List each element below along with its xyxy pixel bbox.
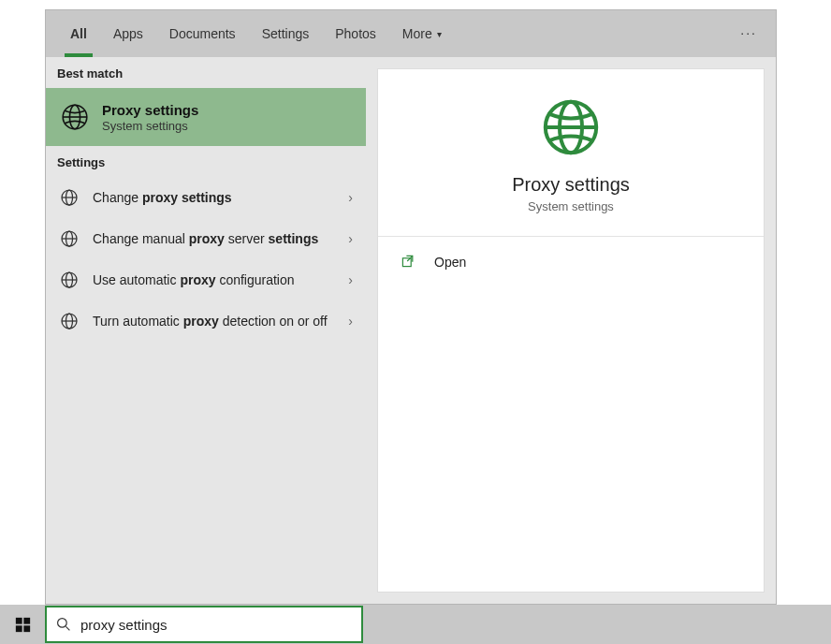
svg-rect-22 — [15, 625, 22, 632]
overflow-menu-button[interactable]: ··· — [740, 25, 757, 40]
search-input[interactable] — [80, 617, 352, 633]
taskbar-search-box[interactable] — [45, 606, 363, 643]
preview-card: Proxy settings System settings Open — [377, 68, 765, 593]
svg-rect-21 — [23, 617, 30, 623]
preview-actions: Open — [378, 237, 764, 287]
tab-label: Documents — [169, 26, 236, 41]
svg-rect-20 — [15, 617, 22, 623]
open-action-label: Open — [434, 255, 466, 270]
best-match-result[interactable]: Proxy settings System settings — [46, 88, 366, 146]
tab-label: More — [402, 26, 432, 41]
section-header-best-match: Best match — [46, 57, 366, 88]
globe-icon — [59, 270, 80, 290]
best-match-title: Proxy settings — [102, 102, 198, 118]
chevron-down-icon: ▾ — [437, 29, 442, 39]
settings-item-label: Turn automatic proxy detection on or off — [93, 313, 348, 330]
tab-more[interactable]: More ▾ — [389, 10, 455, 57]
taskbar — [0, 605, 831, 644]
tab-label: Photos — [335, 26, 376, 41]
preview-title: Proxy settings — [512, 174, 630, 196]
settings-item-label: Change proxy settings — [93, 189, 348, 207]
windows-icon — [15, 617, 31, 633]
preview-header: Proxy settings System settings — [378, 69, 764, 237]
globe-icon — [541, 97, 601, 157]
open-icon — [401, 254, 417, 271]
settings-list: Change proxy settings › Change manual pr… — [46, 177, 366, 342]
content-area: Best match Proxy settings System setting… — [46, 57, 776, 604]
svg-line-25 — [66, 626, 69, 630]
tab-settings[interactable]: Settings — [249, 10, 323, 57]
globe-icon — [59, 311, 80, 331]
settings-item-label: Change manual proxy server settings — [93, 230, 348, 248]
settings-item-automatic-proxy-config[interactable]: Use automatic proxy configuration › — [46, 259, 366, 300]
chevron-right-icon: › — [348, 231, 353, 246]
preview-subtitle: System settings — [528, 199, 614, 213]
search-icon — [56, 617, 71, 632]
settings-item-label: Use automatic proxy configuration — [93, 271, 348, 289]
best-match-subtitle: System settings — [102, 119, 198, 133]
section-header-settings: Settings — [46, 146, 366, 177]
globe-icon — [59, 228, 80, 249]
tab-label: All — [70, 26, 87, 41]
chevron-right-icon: › — [348, 190, 353, 205]
globe-icon — [59, 187, 80, 208]
tab-bar: All Apps Documents Settings Photos More … — [46, 10, 776, 57]
settings-item-change-manual-proxy[interactable]: Change manual proxy server settings › — [46, 218, 366, 259]
svg-rect-23 — [23, 625, 30, 632]
tab-photos[interactable]: Photos — [322, 10, 389, 57]
globe-icon — [59, 101, 91, 133]
start-button[interactable] — [0, 605, 45, 644]
settings-item-change-proxy-settings[interactable]: Change proxy settings › — [46, 177, 366, 218]
best-match-text: Proxy settings System settings — [102, 102, 198, 133]
chevron-right-icon: › — [348, 314, 353, 329]
open-action[interactable]: Open — [378, 244, 764, 280]
tab-label: Settings — [262, 26, 310, 41]
tab-apps[interactable]: Apps — [100, 10, 156, 57]
chevron-right-icon: › — [348, 272, 353, 287]
tab-all[interactable]: All — [57, 10, 100, 57]
preview-column: Proxy settings System settings Open — [366, 57, 776, 604]
svg-point-24 — [58, 619, 67, 628]
tab-label: Apps — [113, 26, 143, 41]
results-column: Best match Proxy settings System setting… — [46, 57, 366, 604]
settings-item-automatic-proxy-detection[interactable]: Turn automatic proxy detection on or off… — [46, 300, 366, 342]
search-results-panel: All Apps Documents Settings Photos More … — [45, 9, 777, 605]
tab-documents[interactable]: Documents — [156, 10, 249, 57]
